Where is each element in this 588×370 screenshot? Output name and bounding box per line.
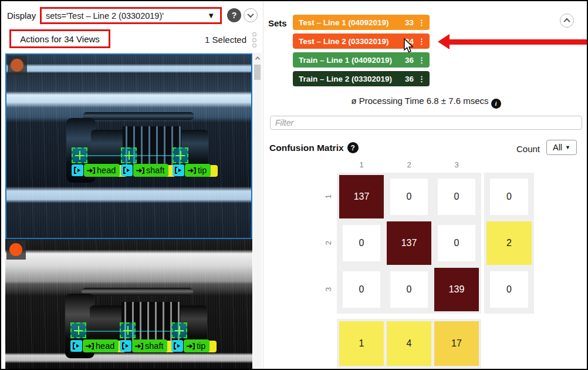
image-list-scrollbar[interactable] [253,53,262,370]
annotation-label: shaft [146,166,164,175]
match-arrow-icon [86,167,95,174]
matrix-cell[interactable]: 0 [390,179,428,215]
caret-down-icon: ▼ [207,11,215,20]
transform-icon [70,340,82,352]
count-dropdown[interactable]: All ▼ [546,140,577,155]
status-dot-icon [9,243,22,256]
count-label: Count [516,144,540,154]
set-menu-icon[interactable]: ⋮ [418,18,425,27]
status-badge [6,240,26,260]
matrix-row-label: 2 [323,221,333,265]
confusion-matrix-title: Confusion Matrix ? [269,142,359,153]
match-arrow-icon [134,343,143,349]
set-name: Train – Line 2 (03302019) [299,75,392,83]
panel-divider [263,1,263,370]
set-name: Test – Line 1 (04092019) [299,18,389,27]
mouse-cursor-icon [403,38,414,54]
transform-icon [72,164,83,176]
matrix-cell[interactable]: 0 [490,179,528,215]
set-count: 33 [405,18,414,27]
collapse-panel-button[interactable] [560,14,574,28]
matrix-cell[interactable]: 137 [339,175,384,218]
processing-time: ø Processing Time 6.8 ± 7.6 msecsi [263,96,588,109]
matrix-cell[interactable]: 137 [387,221,431,265]
feature-marker-shaft [120,322,136,338]
matrix-cell[interactable]: 0 [438,225,475,261]
sets-label: Sets [268,18,287,28]
annotation-tag-shaft: shaft [120,339,167,352]
display-filter-value: sets='Test – Line 2 (03302019)' [46,11,164,21]
set-menu-icon[interactable]: ⋮ [418,56,425,65]
matrix-cell[interactable]: 0 [438,179,475,215]
set-menu-icon[interactable]: ⋮ [418,37,425,46]
set-button-test-line-1[interactable]: Test – Line 1 (04092019) 33 ⋮ [293,15,430,30]
matrix-col-label: 3 [434,160,479,169]
annotation-tag-tip: tip [173,164,211,177]
annotation-tag-shaft: shaft [121,164,168,177]
view-thumbnail-1[interactable]: head shaft tip [5,53,252,239]
match-arrow-icon [187,167,196,174]
set-button-train-line-1[interactable]: Train – Line 1 (04092019) 36 ⋮ [293,52,430,68]
filter-input[interactable] [270,116,582,130]
actions-button[interactable]: Actions for 34 Views [9,29,110,48]
feature-marker-tip [173,147,188,163]
count-value: All [553,143,562,152]
set-button-train-line-2[interactable]: Train – Line 2 (03302019) 36 ⋮ [293,71,430,86]
annotation-tag-head: head [72,164,120,177]
annotation-label: shaft [145,341,163,351]
feature-marker-tip [171,322,187,338]
feature-marker-head [70,322,86,338]
selected-count-label: 1 Selected [177,35,246,45]
scrollbar-thumb[interactable] [254,65,261,80]
matrix-cell[interactable]: 1 [339,321,384,366]
set-menu-icon[interactable]: ⋮ [418,75,425,83]
matrix-cell[interactable]: 4 [387,321,431,366]
annotation-tag-tip: tip [171,339,209,352]
callout-arrow-head [438,34,450,49]
scroll-up-icon[interactable] [253,54,262,62]
transform-icon [120,340,131,352]
matrix-cell[interactable]: 2 [486,221,532,265]
feature-marker-shaft [121,147,137,163]
status-dot-icon [11,59,23,72]
chevron-down-icon [247,11,254,18]
view-thumbnail-2[interactable]: head shaft tip [5,239,252,370]
help-icon[interactable]: ? [227,8,241,22]
confusion-matrix-grid: 137 0 0 0 137 0 0 0 139 [337,173,481,314]
matrix-row-label: 3 [323,268,333,311]
matrix-cell[interactable]: 0 [343,225,380,261]
app-window: Display sets='Test – Line 2 (03302019)' … [0,0,588,370]
matrix-cell[interactable]: 0 [490,271,528,308]
more-options-icon[interactable] [252,32,256,48]
info-icon[interactable]: i [491,99,501,109]
annotation-label: tip [198,166,207,175]
matrix-cell[interactable]: 0 [343,271,380,308]
matrix-col-label: 1 [339,160,384,169]
annotation-label: head [96,341,114,351]
set-name: Train – Line 1 (04092019) [299,56,392,65]
display-filter-dropdown[interactable]: sets='Test – Line 2 (03302019)' ▼ [40,7,222,24]
set-count: 36 [405,75,414,83]
status-badge [8,56,27,75]
annotation-tag-head: head [70,339,119,352]
match-arrow-icon [186,343,195,349]
set-count: 36 [405,56,414,65]
chevron-up-icon [563,18,570,25]
display-label: Display [7,11,36,21]
matrix-cell[interactable]: 17 [434,321,479,366]
transform-icon [171,340,183,352]
matrix-cell[interactable]: 139 [434,268,479,311]
callout-arrow [448,39,588,45]
matrix-cell[interactable]: 0 [390,271,428,308]
caret-down-icon: ▼ [565,144,570,150]
matrix-col-label: 2 [387,160,431,169]
confusion-matrix-extra-column: 0 2 0 [484,173,534,314]
feature-marker-head [72,147,87,163]
collapse-toolbar-button[interactable] [244,8,258,22]
matrix-row-label: 1 [323,175,333,218]
match-arrow-icon [136,167,144,174]
help-icon[interactable]: ? [347,142,359,153]
set-name: Test – Line 2 (03302019) [299,37,389,46]
annotation-label: tip [197,341,205,351]
confusion-matrix-extra-row: 1 4 17 [337,319,481,368]
